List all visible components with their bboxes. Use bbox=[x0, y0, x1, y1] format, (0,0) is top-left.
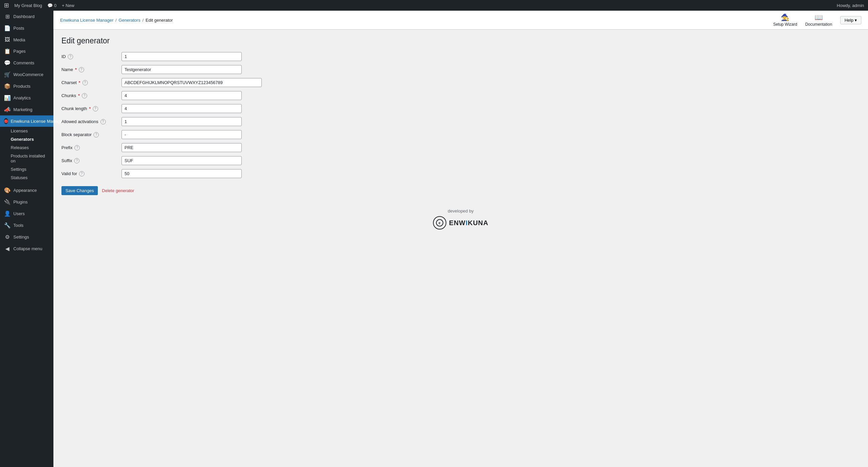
submenu-item-settings[interactable]: Settings bbox=[0, 165, 54, 173]
header-actions: 🧙 Setup Wizard 📖 Documentation Help ▾ bbox=[773, 13, 861, 27]
sidebar-item-dashboard[interactable]: ⊞ Dashboard bbox=[0, 11, 54, 22]
label-name: Name * ? bbox=[61, 67, 122, 72]
input-suffix[interactable] bbox=[122, 156, 242, 165]
help-icon-charset[interactable]: ? bbox=[83, 80, 88, 86]
sidebar-item-users[interactable]: 👤 Users bbox=[0, 208, 54, 220]
comments-link[interactable]: 💬 0 bbox=[48, 3, 56, 8]
form-actions: Save Changes Delete generator bbox=[61, 186, 860, 195]
input-id[interactable] bbox=[122, 52, 242, 61]
help-icon-name[interactable]: ? bbox=[79, 67, 84, 72]
sidebar-item-woocommerce[interactable]: 🛒 WooCommerce bbox=[0, 69, 54, 80]
label-name-text: Name bbox=[61, 67, 73, 72]
sidebar-label-users: Users bbox=[13, 211, 25, 216]
form-row-block-separator: Block separator ? bbox=[61, 130, 860, 139]
submenu-item-products-installed[interactable]: Products installed on bbox=[0, 152, 54, 165]
sidebar-item-marketing[interactable]: 📣 Marketing bbox=[0, 104, 54, 115]
help-label: Help ▾ bbox=[845, 18, 857, 23]
sidebar-label-posts: Posts bbox=[13, 26, 24, 31]
sidebar-label-appearance: Appearance bbox=[13, 188, 37, 193]
form-row-chunks: Chunks * ? bbox=[61, 91, 860, 100]
woocommerce-icon: 🛒 bbox=[4, 71, 11, 78]
admin-bar: ⊞ My Great Blog 💬 0 + New Howdy, admin bbox=[0, 0, 868, 11]
analytics-icon: 📊 bbox=[4, 95, 11, 101]
content-header: Enwikuna License Manager / Generators / … bbox=[54, 11, 868, 30]
input-chunk-length[interactable] bbox=[122, 104, 242, 113]
label-prefix-text: Prefix bbox=[61, 145, 72, 150]
help-icon-valid-for[interactable]: ? bbox=[79, 171, 85, 176]
form-row-suffix: Suffix ? bbox=[61, 156, 860, 165]
help-icon-suffix[interactable]: ? bbox=[74, 158, 80, 163]
documentation-icon: 📖 bbox=[814, 13, 823, 21]
sidebar-label-media: Media bbox=[13, 37, 25, 42]
sidebar-item-media[interactable]: 🖼 Media bbox=[0, 34, 54, 45]
sidebar-item-appearance[interactable]: 🎨 Appearance bbox=[0, 185, 54, 196]
input-name[interactable] bbox=[122, 65, 242, 74]
form-row-charset: Charset * ? bbox=[61, 78, 860, 87]
submenu-item-releases[interactable]: Releases bbox=[0, 143, 54, 152]
label-suffix-text: Suffix bbox=[61, 158, 72, 163]
sidebar-item-tools[interactable]: 🔧 Tools bbox=[0, 220, 54, 231]
sidebar-label-settings: Settings bbox=[13, 234, 29, 239]
input-valid-for[interactable] bbox=[122, 169, 242, 178]
developed-by-text: developed by bbox=[448, 208, 473, 213]
help-icon-block-separator[interactable]: ? bbox=[93, 132, 99, 137]
sidebar-label-dashboard: Dashboard bbox=[13, 14, 35, 19]
plugins-icon: 🔌 bbox=[4, 199, 11, 205]
breadcrumb-enwikuna[interactable]: Enwikuna License Manager bbox=[60, 18, 114, 23]
sidebar-item-enwikuna[interactable]: 🔴 Enwikuna License Manager bbox=[0, 115, 54, 127]
help-icon-chunks[interactable]: ? bbox=[82, 93, 87, 98]
help-icon-id[interactable]: ? bbox=[68, 54, 73, 59]
label-block-separator: Block separator ? bbox=[61, 132, 122, 137]
setup-wizard-button[interactable]: 🧙 Setup Wizard bbox=[773, 13, 797, 27]
sidebar-item-posts[interactable]: 📄 Posts bbox=[0, 22, 54, 34]
label-block-separator-text: Block separator bbox=[61, 132, 91, 137]
input-prefix[interactable] bbox=[122, 143, 242, 152]
sidebar-label-tools: Tools bbox=[13, 223, 23, 228]
submenu-item-generators[interactable]: Generators bbox=[0, 135, 54, 143]
input-chunks[interactable] bbox=[122, 91, 242, 100]
comments-icon: 💬 bbox=[48, 3, 53, 8]
documentation-button[interactable]: 📖 Documentation bbox=[805, 13, 832, 27]
new-link[interactable]: + New bbox=[62, 3, 74, 8]
input-charset[interactable] bbox=[122, 78, 262, 87]
help-icon-prefix[interactable]: ? bbox=[74, 145, 80, 151]
help-button[interactable]: Help ▾ bbox=[840, 16, 861, 24]
setup-wizard-label: Setup Wizard bbox=[773, 22, 797, 27]
help-icon-chunk-length[interactable]: ? bbox=[93, 106, 98, 111]
label-id-text: ID bbox=[61, 54, 66, 59]
sidebar-item-products[interactable]: 📦 Products bbox=[0, 80, 54, 92]
sidebar-item-comments[interactable]: 💬 Comments bbox=[0, 57, 54, 69]
label-allowed-activations: Allowed activations ? bbox=[61, 119, 122, 125]
required-name: * bbox=[75, 67, 77, 72]
sidebar-item-plugins[interactable]: 🔌 Plugins bbox=[0, 196, 54, 208]
label-suffix: Suffix ? bbox=[61, 158, 122, 163]
enwikuna-logo-circle: e bbox=[433, 216, 446, 230]
users-icon: 👤 bbox=[4, 210, 11, 217]
label-chunks-text: Chunks bbox=[61, 93, 76, 98]
sidebar-label-comments: Comments bbox=[13, 60, 34, 65]
input-allowed-activations[interactable] bbox=[122, 117, 242, 126]
label-charset: Charset * ? bbox=[61, 80, 122, 86]
submenu-item-licenses[interactable]: Licenses bbox=[0, 127, 54, 135]
help-icon-allowed-activations[interactable]: ? bbox=[100, 119, 106, 125]
howdy-label: Howdy, admin bbox=[837, 3, 864, 8]
sidebar-label-plugins: Plugins bbox=[13, 199, 28, 204]
sidebar-label-pages: Pages bbox=[13, 49, 26, 54]
input-block-separator[interactable] bbox=[122, 130, 242, 139]
sidebar-item-settings-main[interactable]: ⚙ Settings bbox=[0, 231, 54, 243]
label-chunks: Chunks * ? bbox=[61, 93, 122, 98]
delete-generator-button[interactable]: Delete generator bbox=[102, 188, 134, 193]
submenu-item-statuses[interactable]: Statuses bbox=[0, 173, 54, 182]
label-charset-text: Charset bbox=[61, 80, 77, 85]
sidebar-item-collapse[interactable]: ◀ Collapse menu bbox=[0, 243, 54, 255]
appearance-icon: 🎨 bbox=[4, 187, 11, 194]
form-row-name: Name * ? bbox=[61, 65, 860, 74]
site-name[interactable]: My Great Blog bbox=[14, 3, 42, 8]
breadcrumb-generators[interactable]: Generators bbox=[119, 18, 140, 23]
save-changes-button[interactable]: Save Changes bbox=[61, 186, 98, 195]
sidebar-item-analytics[interactable]: 📊 Analytics bbox=[0, 92, 54, 104]
sidebar-item-pages[interactable]: 📋 Pages bbox=[0, 45, 54, 57]
setup-wizard-icon: 🧙 bbox=[781, 13, 789, 21]
label-chunk-length: Chunk length * ? bbox=[61, 106, 122, 111]
media-icon: 🖼 bbox=[4, 37, 11, 43]
